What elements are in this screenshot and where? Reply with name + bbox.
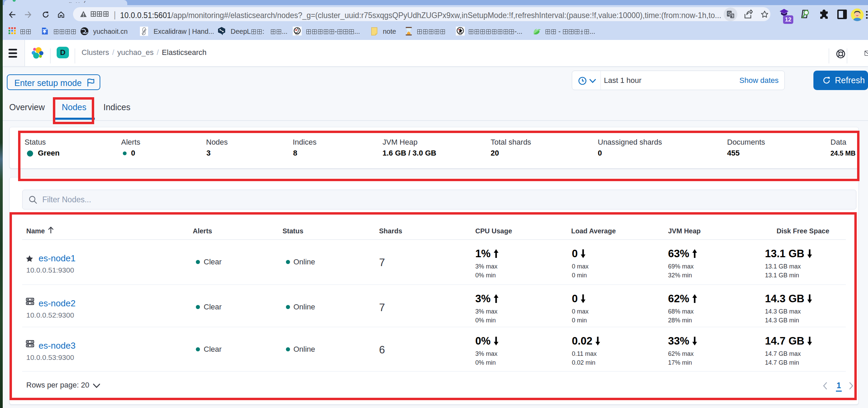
svg-text:YLJY: YLJY xyxy=(459,34,462,35)
svg-text:YLKT: YLKT xyxy=(295,34,299,35)
